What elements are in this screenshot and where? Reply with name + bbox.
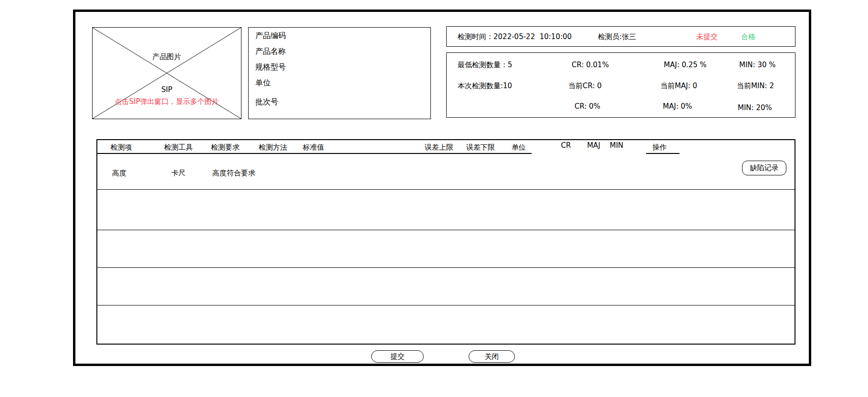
col-header-method: 检测方法 <box>259 143 287 152</box>
inspection-info-bar: 检测时间：2022-05-22 10:10:00 检测员:张三 未提交 合格 <box>446 26 795 47</box>
stat-maj-rate: MAJ: 0% <box>663 102 692 111</box>
row1-tool: 卡尺 <box>171 169 186 178</box>
row-divider <box>97 267 795 268</box>
stat-min-current: 当前MIN: 2 <box>737 81 774 91</box>
row1-requirement: 高度符合要求 <box>212 169 255 178</box>
submit-status-badge: 未提交 <box>696 32 718 41</box>
defect-record-button[interactable]: 缺陷记录 <box>742 161 786 175</box>
stat-maj-current: 当前MAJ: 0 <box>660 81 697 91</box>
close-button[interactable]: 关闭 <box>469 350 515 363</box>
inspector-name: 检测员:张三 <box>598 32 636 41</box>
row-divider <box>97 230 795 230</box>
stat-cr-current: 当前CR: 0 <box>568 81 602 91</box>
row-divider <box>97 305 795 305</box>
field-batch-number: 批次号 <box>255 97 278 107</box>
inspection-time: 检测时间：2022-05-22 10:10:00 <box>458 32 572 41</box>
col-header-maj: MAJ <box>587 141 600 150</box>
product-image-placeholder[interactable]: 产品图片 SIP 点击SIP弹出窗口，显示多个图片 <box>92 27 241 119</box>
product-info-panel: 产品编码 产品名称 规格型号 单位 批次号 <box>248 27 431 119</box>
row1-item: 高度 <box>112 169 126 178</box>
field-spec-model: 规格型号 <box>255 62 286 72</box>
inspection-stats-panel: 最低检测数量：5 CR: 0.01% MAJ: 0.25 % MIN: 30 %… <box>446 52 795 118</box>
stat-cr-rate: CR: 0% <box>575 102 600 111</box>
action-header-divider <box>646 153 680 154</box>
col-header-lower-limit: 误差下限 <box>466 143 495 152</box>
result-status-badge: 合格 <box>741 32 755 41</box>
col-header-unit: 单位 <box>512 143 526 152</box>
col-header-item: 检测项 <box>111 143 132 152</box>
col-header-tool: 检测工具 <box>164 143 193 152</box>
field-product-code: 产品编码 <box>255 31 286 41</box>
col-header-upper-limit: 误差上限 <box>425 143 453 152</box>
submit-button[interactable]: 提交 <box>371 350 424 363</box>
sip-link[interactable]: SIP <box>93 85 241 94</box>
product-image-label: 产品图片 <box>93 52 241 61</box>
field-product-name: 产品名称 <box>255 47 286 57</box>
inspection-dialog: 产品图片 SIP 点击SIP弹出窗口，显示多个图片 产品编码 产品名称 规格型号… <box>0 0 868 397</box>
row-divider <box>97 189 795 190</box>
sip-note: 点击SIP弹出窗口，显示多个图片 <box>93 97 241 106</box>
inspection-table: 检测项 检测工具 检测要求 检测方法 标准值 误差上限 误差下限 单位 CR M… <box>96 139 795 345</box>
col-header-requirement: 检测要求 <box>211 143 240 152</box>
stat-cr-limit: CR: 0.01% <box>572 61 609 69</box>
stat-min-qty: 最低检测数量：5 <box>458 61 512 70</box>
field-unit: 单位 <box>255 78 271 88</box>
stat-min-limit: MIN: 30 % <box>739 61 776 69</box>
col-header-action: 操作 <box>652 143 667 152</box>
stat-maj-limit: MAJ: 0.25 % <box>664 61 707 69</box>
col-header-min: MIN <box>610 141 624 150</box>
stat-current-qty: 本次检测数量:10 <box>458 81 512 91</box>
header-divider <box>97 153 532 154</box>
stat-min-rate: MIN: 20% <box>738 103 772 112</box>
col-header-cr: CR <box>561 141 571 150</box>
col-header-standard: 标准值 <box>303 143 324 152</box>
